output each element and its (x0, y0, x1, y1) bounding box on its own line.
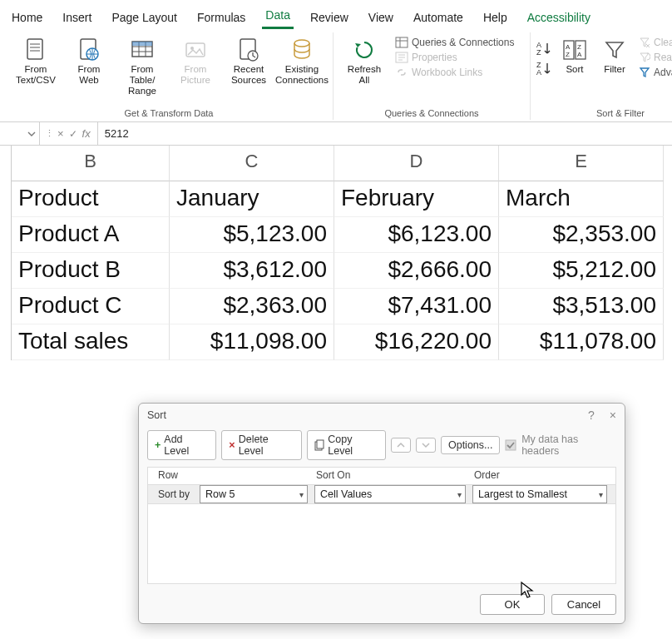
tab-review[interactable]: Review (307, 7, 352, 29)
name-box[interactable] (0, 122, 40, 145)
picture-icon (184, 36, 207, 64)
col-header-c[interactable]: C (170, 146, 334, 181)
btn-label: Filter (604, 64, 625, 75)
cell[interactable]: Product (12, 181, 170, 217)
group-label: Sort & Filter (596, 106, 645, 120)
cancel-x-icon[interactable]: × (56, 127, 66, 140)
cell[interactable]: $5,123.00 (170, 217, 334, 253)
chevron-down-icon: ▾ (457, 490, 462, 499)
svg-text:Z: Z (536, 48, 541, 57)
order-combo[interactable]: Largest to Smallest ▾ (472, 485, 607, 503)
formula-bar: ⋮ × ✓ fx 5212 (0, 122, 672, 146)
spreadsheet-grid[interactable]: B C D E Product January February March P… (0, 146, 672, 360)
label: Options... (448, 439, 493, 451)
cancel-button[interactable]: Cancel (551, 594, 616, 615)
tab-insert[interactable]: Insert (59, 7, 95, 29)
cell[interactable]: Product A (12, 217, 170, 253)
cell[interactable]: $2,353.00 (499, 217, 664, 253)
help-icon[interactable]: ? (588, 409, 595, 422)
cell[interactable]: Product C (12, 289, 170, 324)
copy-icon (314, 439, 324, 451)
dialog-title-text: Sort (147, 409, 166, 421)
svg-point-9 (294, 40, 309, 47)
tab-formulas[interactable]: Formulas (194, 7, 249, 29)
svg-rect-4 (132, 42, 152, 46)
cell[interactable]: March (499, 181, 664, 217)
sort-by-combo[interactable]: Row 5 ▾ (200, 485, 308, 503)
cell[interactable]: $11,098.00 (170, 324, 334, 360)
tab-accessibility[interactable]: Accessibility (524, 7, 594, 29)
sort-level-row: Sort by Row 5 ▾ Cell Values ▾ Largest to… (148, 484, 615, 504)
cell[interactable]: January (170, 181, 334, 217)
col-header-b[interactable]: B (12, 146, 170, 181)
sort-ascending-button[interactable]: AZ (536, 39, 554, 57)
add-level-button[interactable]: + Add Level (147, 430, 216, 460)
cell[interactable]: $16,220.00 (334, 324, 499, 360)
advanced-icon (639, 67, 650, 78)
label: Queries & Connections (412, 37, 514, 48)
sort-descending-button[interactable]: ZA (536, 59, 554, 77)
checkbox-checked-icon (505, 439, 516, 451)
filter-button[interactable]: Filter (595, 32, 634, 106)
chevron-down-icon: ▾ (299, 490, 304, 499)
options-button[interactable]: Options... (441, 436, 501, 454)
cell[interactable]: $3,513.00 (499, 289, 664, 324)
fx-icon[interactable]: fx (81, 127, 92, 140)
plus-icon: + (155, 439, 161, 451)
col-header-e[interactable]: E (499, 146, 664, 181)
btn-label: Existing Connections (275, 64, 329, 86)
svg-text:A: A (566, 43, 571, 51)
clear-filter-button[interactable]: Clear (635, 36, 672, 49)
tab-help[interactable]: Help (480, 7, 511, 29)
group-get-transform: From Text/CSV From Web From Table/ Range… (5, 32, 334, 120)
from-picture-button[interactable]: From Picture (170, 32, 221, 106)
my-data-has-headers-checkbox[interactable]: My data has headers (505, 433, 616, 457)
from-text-csv-button[interactable]: From Text/CSV (10, 32, 62, 106)
link-icon (395, 67, 408, 78)
cell[interactable]: $7,431.00 (334, 289, 499, 324)
accept-check-icon[interactable]: ✓ (67, 128, 79, 140)
globe-icon (78, 36, 100, 64)
copy-level-button[interactable]: Copy Level (307, 430, 386, 460)
close-icon[interactable]: × (610, 409, 616, 422)
reapply-button[interactable]: Reapply (635, 51, 672, 64)
queries-connections-button[interactable]: Queries & Connections (392, 36, 525, 49)
tab-data[interactable]: Data (262, 5, 294, 29)
cell[interactable]: Product B (12, 253, 170, 289)
cell[interactable]: February (334, 181, 499, 217)
cell[interactable]: $2,666.00 (334, 253, 499, 289)
recent-sources-button[interactable]: Recent Sources (223, 32, 274, 106)
properties-icon (395, 52, 408, 63)
cell[interactable]: $3,612.00 (170, 253, 334, 289)
tab-page-layout[interactable]: Page Layout (108, 7, 180, 29)
connections-icon (395, 37, 408, 48)
sort-on-combo[interactable]: Cell Values ▾ (314, 485, 466, 503)
btn-label: From Text/CSV (16, 64, 56, 86)
advanced-filter-button[interactable]: Advanced (635, 66, 672, 79)
tab-view[interactable]: View (365, 7, 397, 29)
properties-button[interactable]: Properties (392, 51, 525, 64)
cell[interactable]: $11,078.00 (499, 324, 664, 360)
workbook-links-button[interactable]: Workbook Links (392, 66, 525, 79)
refresh-all-button[interactable]: Refresh All (338, 32, 390, 106)
cell[interactable]: $5,212.00 (499, 253, 664, 289)
cell[interactable]: Total sales (12, 324, 170, 360)
dots-icon[interactable]: ⋮ (45, 128, 54, 139)
col-header-d[interactable]: D (334, 146, 499, 181)
move-down-button[interactable] (416, 438, 436, 453)
from-table-button[interactable]: From Table/ Range (116, 32, 168, 106)
reapply-icon (639, 52, 650, 63)
tab-automate[interactable]: Automate (410, 7, 467, 29)
formula-input[interactable]: 5212 (98, 127, 129, 140)
delete-level-button[interactable]: × Delete Level (221, 430, 302, 460)
move-up-button[interactable] (391, 438, 411, 453)
sort-button[interactable]: AZZA Sort (556, 32, 594, 106)
ok-button[interactable]: OK (480, 594, 545, 615)
cell[interactable]: $2,363.00 (170, 289, 334, 324)
cell[interactable]: $6,123.00 (334, 217, 499, 253)
tab-home[interactable]: Home (8, 7, 46, 29)
btn-label: Recent Sources (231, 64, 266, 86)
x-icon: × (229, 439, 235, 451)
existing-connections-button[interactable]: Existing Connections (276, 32, 328, 106)
from-web-button[interactable]: From Web (63, 32, 115, 106)
